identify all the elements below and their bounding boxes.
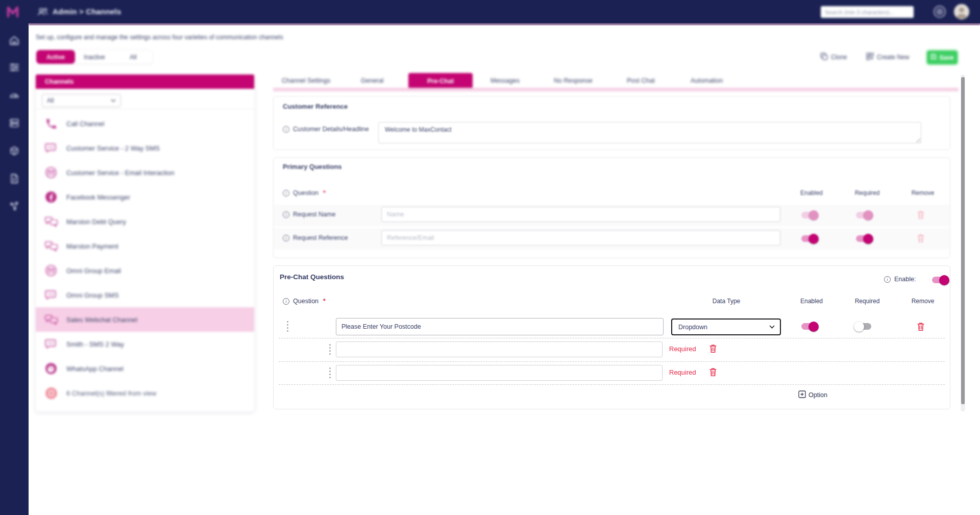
tab-messages[interactable]: Messages [491, 77, 520, 84]
channel-item-call-channel[interactable]: Call Channel [36, 111, 254, 136]
scrollbar-thumb[interactable] [961, 77, 965, 404]
request-name-row-label: i Request Name [283, 211, 335, 218]
page-description: Set up, configure and manage the setting… [36, 34, 283, 41]
primary-questions-card: Primary Questions i Question * Enabled R… [273, 157, 950, 258]
channel-label: Smith - SMS 2 Way [66, 340, 124, 348]
request-name-label: Request Name [293, 211, 335, 218]
info-icon[interactable]: i [283, 190, 289, 197]
reports-icon[interactable] [9, 173, 20, 184]
clone-icon [820, 53, 828, 62]
queues-icon[interactable] [9, 117, 20, 129]
filter-inactive-button[interactable]: Inactive [75, 50, 114, 64]
drag-handle[interactable] [287, 321, 288, 332]
dashboard-gauge-icon[interactable] [9, 89, 20, 101]
pre-chat-enable-row: i Enable: [884, 276, 916, 283]
channels-filtered-note: 6 Channel(s) filtered from view [36, 381, 254, 405]
channel-item-omni-group-sms[interactable]: Omni Group SMS [36, 283, 254, 307]
required-asterisk: * [323, 298, 326, 305]
channel-item-cs-email[interactable]: Customer Service - Email Interaction [36, 160, 254, 185]
request-name-enabled-toggle[interactable] [801, 212, 817, 218]
tab-general[interactable]: General [361, 77, 383, 84]
request-reference-label: Request Reference [293, 234, 348, 241]
channel-label: Marston Payment [66, 242, 118, 250]
save-button[interactable]: Save [927, 51, 958, 64]
channel-label: Marston Debt Query [66, 218, 126, 226]
info-icon[interactable]: i [283, 126, 289, 133]
tab-post-chat[interactable]: Post Chat [627, 77, 655, 84]
channel-item-cs-2way-sms[interactable]: Customer Service - 2 Way SMS [36, 136, 254, 160]
data-type-value: Dropdown [678, 324, 707, 331]
user-avatar[interactable] [954, 4, 969, 19]
top-bar: Admin > Channels [0, 0, 980, 23]
channel-item-marston-debt-query[interactable]: Marston Debt Query [36, 209, 254, 234]
clone-label: Clone [831, 54, 847, 61]
option-1-required-warning: Required [669, 345, 696, 353]
info-icon[interactable]: i [283, 235, 289, 241]
option-1-input[interactable] [336, 341, 663, 357]
tab-pre-chat-active[interactable]: Pre-Chat [408, 73, 473, 89]
dashed-divider [279, 338, 945, 338]
webchat-icon [43, 238, 59, 254]
pre-chat-question-header: i Question * [283, 298, 326, 305]
option-2-input[interactable] [336, 365, 663, 381]
email-icon [43, 165, 59, 180]
phone-icon [43, 116, 59, 131]
create-new-button[interactable]: Create New [866, 53, 909, 62]
tab-no-response[interactable]: No Response [554, 77, 593, 84]
request-reference-enabled-toggle[interactable] [801, 235, 817, 242]
request-name-required-toggle[interactable] [856, 212, 871, 218]
info-icon[interactable]: i [884, 276, 891, 283]
channel-item-omni-group-email[interactable]: Omni Group Email [36, 258, 254, 283]
request-name-input[interactable] [381, 207, 780, 222]
channel-item-whatsapp[interactable]: WhatsApp Channel [36, 356, 254, 381]
question-enabled-toggle[interactable] [801, 323, 817, 330]
search-input[interactable] [821, 6, 914, 18]
request-reference-remove-trash-icon[interactable] [917, 234, 925, 243]
request-reference-input[interactable] [381, 230, 780, 246]
tab-underline-bar [273, 88, 959, 91]
add-option-button[interactable]: Option [798, 390, 827, 400]
info-icon[interactable]: i [283, 211, 289, 218]
settings-gear-icon[interactable] [933, 5, 946, 20]
customer-reference-card: Customer Reference i Customer Details/He… [273, 96, 950, 150]
drag-handle[interactable] [329, 367, 331, 378]
filter-active-button[interactable]: Active [36, 50, 75, 64]
dashed-divider [279, 361, 945, 362]
channels-nav-icon[interactable] [9, 62, 20, 73]
channel-label: Omni Group SMS [66, 291, 119, 299]
pre-chat-question-input[interactable] [336, 318, 664, 335]
pre-chat-enable-toggle[interactable] [932, 277, 947, 283]
data-type-select[interactable]: Dropdown [671, 318, 781, 335]
app-logo-icon [6, 5, 21, 20]
integrations-icon[interactable] [9, 201, 20, 212]
channels-panel-header: Channels [36, 75, 254, 89]
request-reference-required-toggle[interactable] [856, 235, 871, 242]
tab-channel-settings[interactable]: Channel Settings [282, 77, 330, 84]
nav-rail [0, 23, 29, 515]
option-1-remove-trash-icon[interactable] [709, 344, 717, 353]
channels-filter-select[interactable]: All [42, 94, 121, 107]
option-2-remove-trash-icon[interactable] [709, 367, 717, 377]
channel-item-facebook-messenger[interactable]: Facebook Messenger [36, 185, 254, 209]
question-required-toggle[interactable] [856, 323, 871, 330]
info-icon[interactable]: i [283, 298, 289, 305]
packages-icon[interactable] [9, 145, 20, 156]
question-remove-trash-icon[interactable] [917, 322, 925, 331]
sms-icon [43, 336, 59, 352]
scrollbar-track[interactable] [961, 75, 965, 411]
column-remove: Remove [905, 298, 941, 305]
brand-accent-line [29, 23, 980, 25]
home-icon[interactable] [9, 35, 20, 46]
channel-item-sales-webchat-selected[interactable]: Sales Webchat Channel [36, 307, 254, 332]
filter-all-button[interactable]: All [114, 50, 153, 64]
channel-item-marston-payment[interactable]: Marston Payment [36, 234, 254, 258]
customer-details-headline-input[interactable]: Welcome to MaxContact [378, 122, 921, 143]
channel-item-smith-sms[interactable]: Smith - SMS 2 Way [36, 332, 254, 356]
request-name-remove-trash-icon[interactable] [917, 210, 925, 219]
drag-handle[interactable] [329, 344, 331, 355]
add-option-label: Option [808, 391, 827, 399]
clone-button[interactable]: Clone [820, 53, 847, 62]
chevron-down-icon [769, 325, 775, 329]
tab-automation[interactable]: Automation [691, 77, 723, 84]
channel-filter-group: Active Inactive All [36, 50, 153, 64]
